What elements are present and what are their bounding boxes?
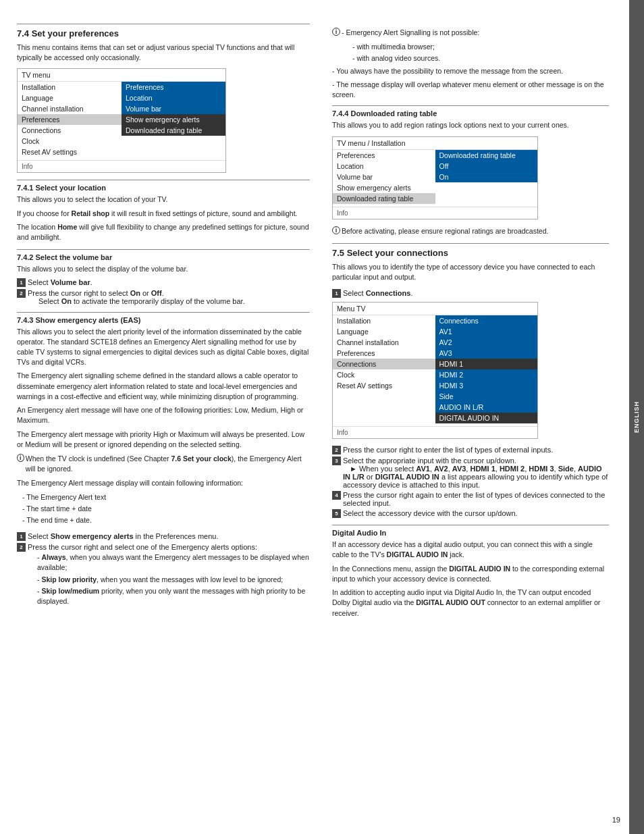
s742-step1-row: 1 Select Volume bar.	[17, 278, 310, 287]
right-notices: i - Emergency Alert Signalling is not po…	[332, 28, 609, 100]
s745-menu-table: Menu TV Installation Connections Languag…	[332, 302, 538, 439]
tv-menu-col1-header: Installation	[18, 82, 122, 93]
digital-audio-p2: In the Connections menu, assign the DIGI…	[332, 564, 609, 584]
s745-step5: Select the accessory device with the cur…	[343, 509, 609, 517]
cell-preferences: Preferences	[18, 114, 122, 125]
cell-side: Side	[435, 391, 538, 402]
s745-col1-header: Installation	[333, 315, 435, 326]
emergency-notice: i - Emergency Alert Signalling is not po…	[332, 28, 609, 38]
cell-location: Location	[333, 161, 435, 172]
cell-empty1	[122, 136, 225, 147]
s743-step2: Press the cursor right and select one of…	[28, 543, 310, 608]
page-number: 19	[612, 816, 620, 824]
table-row: Preferences AV3	[333, 348, 537, 359]
step1-icon: 1	[17, 278, 26, 287]
section-75-title: 7.5 Select your connections	[332, 243, 609, 258]
info-icon: i	[17, 454, 24, 462]
s744-info: Info	[333, 207, 537, 219]
step1-icon-743: 1	[17, 532, 26, 541]
list-item: Skip low priority, when you want the mes…	[37, 575, 310, 585]
cell-conn: Connections	[333, 359, 435, 369]
left-column: 7.4 Set your preferences This menu conta…	[0, 14, 322, 820]
table-row: Language AV1	[333, 326, 537, 337]
cell-chan-install: Channel installation	[333, 337, 435, 348]
digital-audio-title: Digital Audio In	[332, 525, 609, 537]
s743-options: Always, when you always want the Emergen…	[28, 552, 310, 606]
tv-menu-col-headers: Installation Preferences	[18, 82, 225, 93]
s744-col-headers: Preferences Downloaded rating table	[333, 150, 537, 161]
info-icon-right: i	[332, 28, 340, 36]
section-741-title: 7.4.1 Select your location	[17, 180, 310, 192]
s743-info-list: The Emergency Alert text The start time …	[17, 492, 310, 526]
tv-menu-col2-header: Preferences	[122, 82, 225, 93]
step3-icon-745: 3	[332, 457, 341, 465]
s744-col2-header: Downloaded rating table	[435, 150, 538, 161]
info-icon-744: i	[332, 226, 340, 234]
cell-downloaded: Downloaded rating table	[333, 193, 435, 204]
s742-text1: This allows you to select the display of…	[17, 264, 310, 274]
section-743-title: 7.4.3 Show emergency alerts (EAS)	[17, 312, 310, 324]
language-sidebar: ENGLISH	[629, 0, 644, 834]
cell-prefs: Preferences	[333, 348, 435, 359]
s741-text1: This allows you to select the location o…	[17, 194, 310, 205]
table-row: Location Off	[333, 161, 537, 172]
s742-step2: Press the cursor right to select On or O…	[28, 289, 310, 305]
cell-show-emergency: Show emergency alerts	[122, 114, 225, 125]
digital-audio-p3: In addition to accepting audio input via…	[332, 588, 609, 619]
table-row: Reset AV settings HDMI 3	[333, 380, 537, 391]
s743-p1: This allows you to select the alert prio…	[17, 327, 310, 368]
step2-icon-743: 2	[17, 543, 26, 552]
tv-menu-info: Info	[18, 160, 225, 172]
cell-language: Language	[18, 93, 122, 103]
section-74-title: 7.4 Set your preferences	[17, 24, 310, 38]
s745-step3-row: 3 Select the appropriate input with the …	[332, 457, 609, 489]
cell-empty-745c	[333, 413, 435, 423]
table-row: Channel installation Volume bar	[18, 103, 225, 114]
s743-step2-row: 2 Press the cursor right and select one …	[17, 543, 310, 608]
table-row: Language Location	[18, 93, 225, 103]
tv-menu-header: TV menu	[18, 69, 225, 82]
table-row: Volume bar On	[333, 172, 537, 182]
right-column: i - Emergency Alert Signalling is not po…	[322, 14, 629, 820]
s743-notice1: i When the TV clock is undefined (See Ch…	[17, 454, 310, 474]
s745-step4: Press the cursor right again to enter th…	[343, 491, 609, 507]
cell-lang: Language	[333, 326, 435, 337]
list-item: Skip low/medium priority, when you only …	[37, 586, 310, 606]
digital-audio-p1: If an accessory device has a digital aud…	[332, 540, 609, 560]
s744-menu-table: TV menu / Installation Preferences Downl…	[332, 136, 538, 219]
s743-p4: The Emergency alert message with priorit…	[17, 429, 310, 450]
step1-icon-745: 1	[332, 289, 341, 298]
cell-downloaded-rating: Downloaded rating table	[122, 125, 225, 136]
s743-p5: The Emergency Alert message display will…	[17, 478, 310, 488]
cell-reset-av-745: Reset AV settings	[333, 380, 435, 391]
cell-hdmi1: HDMI 1	[435, 359, 538, 369]
cell-location: Location	[122, 93, 225, 103]
cell-reset-av: Reset AV settings	[18, 147, 122, 157]
s745-step2-row: 2 Press the cursor right to enter the li…	[332, 446, 609, 454]
cell-hdmi2: HDMI 2	[435, 369, 538, 380]
tv-menu-table: TV menu Installation Preferences Languag…	[17, 68, 226, 173]
step2-icon-745: 2	[332, 446, 341, 454]
section-742-title: 7.4.2 Select the volume bar	[17, 249, 310, 261]
cell-volume: Volume bar	[333, 172, 435, 182]
list-item: Always, when you always want the Emergen…	[37, 552, 310, 573]
notice-sublist: with multimedia browser; with analog vid…	[332, 42, 609, 63]
s744-text: This allows you to add region ratings lo…	[332, 120, 609, 130]
cell-digital-audio: DIGITAL AUDIO IN	[435, 413, 538, 423]
cell-empty-745b	[333, 402, 435, 413]
page: 7.4 Set your preferences This menu conta…	[0, 0, 644, 834]
table-row: Connections Downloaded rating table	[18, 125, 225, 136]
section-744-title: 7.4.4 Downloaded rating table	[332, 105, 609, 118]
cell-empty2	[435, 193, 538, 204]
table-row: Connections HDMI 1	[333, 359, 537, 369]
s745-info: Info	[333, 426, 537, 438]
cell-off: Off	[435, 161, 538, 172]
cell-show-emergency: Show emergency alerts	[333, 182, 435, 193]
s743-p3: An Emergency alert message will have one…	[17, 405, 310, 425]
cell-empty2	[122, 147, 225, 157]
cell-audio-lr: AUDIO IN L/R	[435, 402, 538, 413]
s745-step1: Select Connections.	[343, 289, 609, 297]
cell-on: On	[435, 172, 538, 182]
table-row: DIGITAL AUDIO IN	[333, 413, 537, 423]
table-row: Reset AV settings	[18, 147, 225, 157]
